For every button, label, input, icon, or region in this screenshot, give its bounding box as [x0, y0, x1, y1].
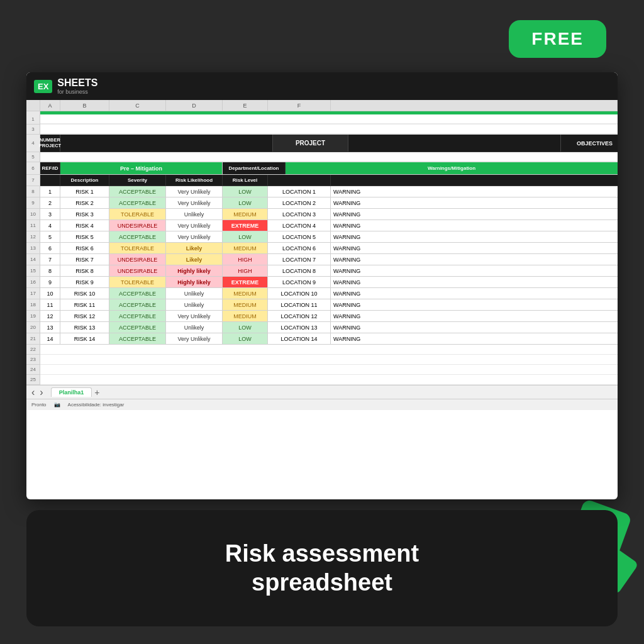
cell-level: HIGH	[223, 254, 268, 265]
cell-level: MEDIUM	[223, 299, 268, 310]
cell-warning: WARNING	[331, 220, 618, 231]
cell-warning: WARNING	[331, 299, 618, 310]
cell-location: LOCATION 12	[268, 311, 331, 321]
cell-location: LOCATION 14	[268, 333, 331, 344]
cell-location: LOCATION 7	[268, 254, 331, 265]
table-row: 9 2 RISK 2 ACCEPTABLE Very Unlikely LOW …	[26, 197, 618, 209]
table-row: 15 8 RISK 8 UNDESIRABLE Highly likely HI…	[26, 265, 618, 277]
empty-row: 23	[26, 355, 618, 365]
cell-id: 9	[40, 277, 60, 287]
cell-likelihood: Likely	[166, 254, 223, 265]
cell-location: LOCATION 3	[268, 209, 331, 219]
row-num: 15	[26, 265, 40, 277]
cell-warning: WARNING	[331, 288, 618, 299]
cell-likelihood: Very Unlikely	[166, 197, 223, 208]
cell-likelihood: Unlikely	[166, 209, 223, 219]
project-center-label: PROJECT	[296, 140, 325, 147]
row-num: 9	[26, 197, 40, 209]
cell-id: 3	[40, 209, 60, 219]
cell-severity: UNDESIRABLE	[109, 254, 166, 265]
cell-severity: UNDESIRABLE	[109, 220, 166, 231]
bottom-title-line2: spreadsheet	[252, 569, 392, 597]
table-row: 8 1 RISK 1 ACCEPTABLE Very Unlikely LOW …	[26, 186, 618, 197]
cell-level: MEDIUM	[223, 243, 268, 253]
cell-warning: WARNING	[331, 254, 618, 265]
cell-risk: RISK 4	[60, 220, 109, 231]
severity-col-header: Severity	[128, 177, 147, 183]
rn-6: 6	[26, 162, 40, 175]
cell-level: MEDIUM	[223, 209, 268, 219]
col-header-b: B	[60, 100, 109, 111]
cell-likelihood: Very Unlikely	[166, 311, 223, 321]
add-sheet-button[interactable]: +	[94, 387, 99, 397]
cell-risk: RISK 7	[60, 254, 109, 265]
cell-likelihood: Very Unlikely	[166, 220, 223, 231]
cell-severity: TOLERABLE	[109, 209, 166, 219]
number-label: NUMBER PROJECT	[39, 138, 61, 148]
cell-severity: ACCEPTABLE	[109, 311, 166, 321]
logo-sheets: SHEETS	[57, 77, 97, 88]
cell-risk: RISK 14	[60, 333, 109, 344]
cell-id: 14	[40, 333, 60, 344]
cell-severity: UNDESIRABLE	[109, 265, 166, 276]
cell-severity: ACCEPTABLE	[109, 231, 166, 242]
dept-header: Department/Location	[228, 165, 279, 171]
logo-sub: for business	[57, 89, 97, 95]
row-5: 5	[26, 152, 618, 162]
cell-likelihood: Very Unlikely	[166, 333, 223, 344]
col-header-c: C	[109, 100, 166, 111]
cell-risk: RISK 6	[60, 243, 109, 253]
cell-location: LOCATION 13	[268, 322, 331, 333]
cell-severity: TOLERABLE	[109, 277, 166, 287]
cell-id: 13	[40, 322, 60, 333]
col-header-d: D	[166, 100, 223, 111]
cell-warning: WARNING	[331, 243, 618, 253]
cell-id: 5	[40, 231, 60, 242]
cell-likelihood: Highly likely	[166, 265, 223, 276]
camera-icon: 📷	[54, 402, 60, 408]
level-col-header: Risk Level	[233, 177, 258, 183]
table-row: 13 6 RISK 6 TOLERABLE Likely MEDIUM LOCA…	[26, 243, 618, 254]
table-row: 19 12 RISK 12 ACCEPTABLE Very Unlikely M…	[26, 311, 618, 322]
cell-risk: RISK 10	[60, 288, 109, 299]
cell-level: LOW	[223, 322, 268, 333]
sheet-tab-planilha1[interactable]: Planilha1	[51, 387, 92, 397]
row-3: 3	[26, 125, 618, 135]
cell-warning: WARNING	[331, 277, 618, 287]
cell-level: MEDIUM	[223, 311, 268, 321]
nav-right-icon[interactable]: ›	[40, 387, 43, 398]
cell-level: LOW	[223, 186, 268, 197]
row-num: 8	[26, 186, 40, 197]
row-num: 11	[26, 220, 40, 231]
cell-warning: WARNING	[331, 322, 618, 333]
row-num: 18	[26, 299, 40, 311]
cell-location: LOCATION 10	[268, 288, 331, 299]
empty-row-num: 25	[26, 375, 40, 385]
row-1: 1	[26, 114, 618, 125]
cell-severity: ACCEPTABLE	[109, 197, 166, 208]
row-num: 21	[26, 333, 40, 345]
rn-3: 3	[26, 125, 40, 135]
warnings-header: Warnings/Mitigation	[428, 165, 475, 171]
row-4-project: 4 NUMBER PROJECT PROJECT OBJECTIVES	[26, 135, 618, 152]
row-num: 10	[26, 209, 40, 220]
nav-left-icon[interactable]: ‹	[31, 387, 35, 398]
col-header-f: F	[268, 100, 331, 111]
row-num: 17	[26, 288, 40, 299]
cell-severity: TOLERABLE	[109, 243, 166, 253]
cell-severity: ACCEPTABLE	[109, 186, 166, 197]
empty-rows-container: 22 23 24 25	[26, 345, 618, 385]
tab-bar: ‹ › Planilha1 +	[26, 385, 618, 399]
table-row: 16 9 RISK 9 TOLERABLE Highly likely EXTR…	[26, 277, 618, 288]
cell-likelihood: Unlikely	[166, 299, 223, 310]
cell-id: 1	[40, 186, 60, 197]
accessibility-status: Acessibilidade: investigar	[68, 402, 125, 408]
cell-warning: WARNING	[331, 333, 618, 344]
cell-id: 8	[40, 265, 60, 276]
table-row: 17 10 RISK 10 ACCEPTABLE Unlikely MEDIUM…	[26, 288, 618, 299]
status-bar: Pronto 📷 Acessibilidade: investigar	[26, 399, 618, 410]
refid-header: REF/ID	[42, 165, 58, 171]
objectives-label: OBJECTIVES	[577, 140, 613, 147]
cell-warning: WARNING	[331, 197, 618, 208]
rn-4: 4	[26, 135, 40, 152]
